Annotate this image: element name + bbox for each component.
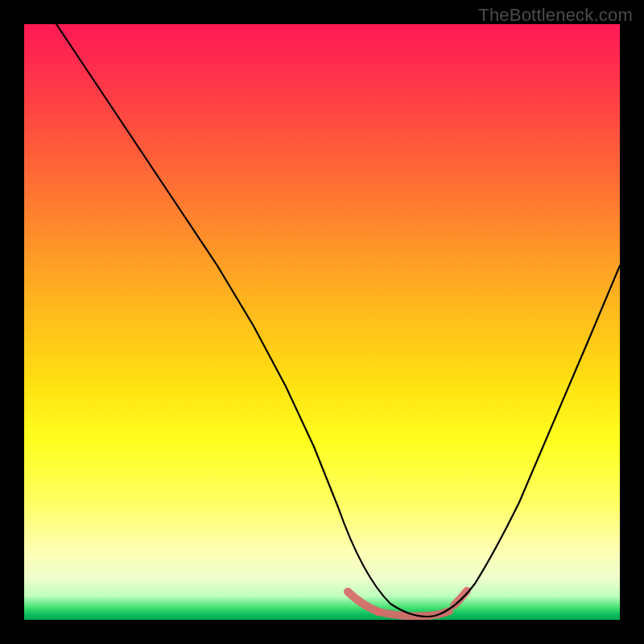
chart-frame: TheBottleneck.com bbox=[0, 0, 644, 644]
curve-layer bbox=[24, 24, 620, 620]
bottleneck-curve bbox=[56, 24, 620, 617]
watermark-text: TheBottleneck.com bbox=[478, 5, 633, 26]
highlight-left-icon bbox=[348, 592, 378, 612]
plot-area bbox=[24, 24, 620, 620]
